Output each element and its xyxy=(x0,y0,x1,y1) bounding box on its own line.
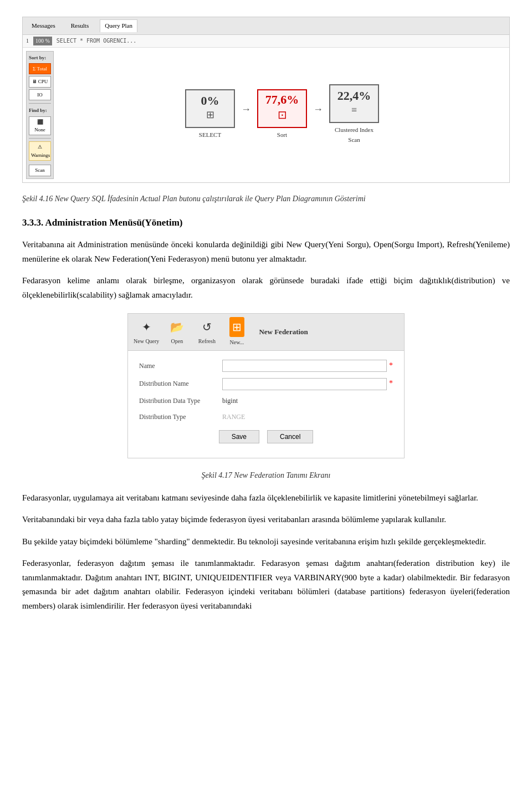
form-row-distname: Distribution Name * xyxy=(139,377,393,390)
qp-node-clustered: 22,4% ≡ Clustered IndexScan xyxy=(329,84,379,145)
new-federation-title: New Federation xyxy=(259,326,308,338)
newquery-label: New Query xyxy=(134,337,159,346)
paragraph-1: Veritabanına ait Administration menüsünd… xyxy=(22,238,510,266)
disttype-value: RANGE xyxy=(222,412,245,422)
scan-btn[interactable]: Scan xyxy=(29,165,51,176)
sort-total[interactable]: Σ Total xyxy=(29,63,51,74)
qp-tab-bar: Messages Results Query Plan xyxy=(23,17,509,35)
sort-io[interactable]: IO xyxy=(29,89,51,100)
query-plan-screenshot: Messages Results Query Plan 1 100 % SELE… xyxy=(22,17,510,183)
tab-results[interactable]: Results xyxy=(66,20,93,32)
disttype-label: Distribution Type xyxy=(139,412,222,422)
divider2 xyxy=(29,138,51,139)
federation-dialog-screenshot: ✦ New Query 📂 Open ↺ Refresh ⊞ New... Ne… xyxy=(127,313,405,458)
distdatatype-label: Distribution Data Type xyxy=(139,396,222,406)
row-number: 1 xyxy=(26,37,29,45)
select-icon: ⊞ xyxy=(206,107,214,123)
tool-refresh[interactable]: ↺ Refresh xyxy=(195,318,219,346)
fed-toolbar: ✦ New Query 📂 Open ↺ Refresh ⊞ New... Ne… xyxy=(128,314,404,351)
arrow2: → xyxy=(307,101,329,129)
refresh-icon: ↺ xyxy=(202,318,212,336)
cancel-button[interactable]: Cancel xyxy=(267,430,313,443)
tab-messages[interactable]: Messages xyxy=(27,20,60,32)
distname-label: Distribution Name xyxy=(139,379,222,389)
clustered-box: 22,4% ≡ xyxy=(329,84,379,123)
warnings-btn[interactable]: ⚠Warnings xyxy=(29,141,51,161)
qp-main-area: Sort by: Σ Total 🖥 CPU IO Find by: ⬛None… xyxy=(23,48,509,182)
sort-label: Sort xyxy=(277,130,287,140)
paragraph-3: Fedarasyonlar, uygulamaya ait veritabanı… xyxy=(22,491,510,505)
clustered-label: Clustered IndexScan xyxy=(335,125,374,145)
paragraph-4: Veritabanındaki bir veya daha fazla tabl… xyxy=(22,513,510,527)
section-title: Administration Menüsü(Yönetim) xyxy=(45,217,183,228)
select-pct: 0% xyxy=(201,95,219,107)
sort-box: 77,6% ⊡ xyxy=(257,89,307,128)
section-num: 3.3.3. xyxy=(22,217,43,228)
qp-node-select: 0% ⊞ SELECT xyxy=(185,89,235,140)
tool-newquery[interactable]: ✦ New Query xyxy=(134,318,159,346)
distdatatype-value: bigint xyxy=(222,396,238,406)
sort-label: Sort by: xyxy=(29,54,51,62)
row-percent: 100 % xyxy=(33,37,52,45)
new-icon: ⊞ xyxy=(229,317,244,337)
figure-caption-2: Şekil 4.17 New Federation Tanımı Ekranı xyxy=(22,469,510,482)
clustered-pct: 22,4% xyxy=(337,90,371,102)
select-label: SELECT xyxy=(199,130,221,140)
newquery-icon: ✦ xyxy=(142,318,151,336)
open-label: Open xyxy=(171,337,183,346)
qp-diagram: 0% ⊞ SELECT → 77,6% ⊡ Sort → xyxy=(185,84,379,145)
sort-pct: 77,6% xyxy=(265,94,299,106)
fed-form: Name * Distribution Name * Distribution … xyxy=(128,351,404,458)
paragraph-6: Federasyonlar, federasyon dağıtım şeması… xyxy=(22,556,510,613)
distname-required: * xyxy=(389,377,393,390)
new-label: New... xyxy=(230,338,244,347)
arrow1: → xyxy=(235,101,257,129)
row-sql: SELECT * FROM OGRENCI... xyxy=(57,37,137,45)
paragraph-5: Bu şekilde yatay biçimdeki bölümleme "sh… xyxy=(22,535,510,549)
qp-diagram-area: 0% ⊞ SELECT → 77,6% ⊡ Sort → xyxy=(58,51,506,179)
tool-open[interactable]: 📂 Open xyxy=(165,318,189,346)
name-label: Name xyxy=(139,361,222,371)
clustered-icon: ≡ xyxy=(351,102,357,118)
form-buttons: Save Cancel xyxy=(139,430,393,449)
figure-caption-1: Şekil 4.16 New Query SQL İfadesinin Actu… xyxy=(22,193,510,205)
find-label: Find by: xyxy=(29,106,51,114)
name-required: * xyxy=(389,360,393,372)
qp-node-sort: 77,6% ⊡ Sort xyxy=(257,89,307,140)
save-button[interactable]: Save xyxy=(219,430,259,443)
find-none[interactable]: ⬛None xyxy=(29,116,51,136)
qp-left-panel: Sort by: Σ Total 🖥 CPU IO Find by: ⬛None… xyxy=(26,51,54,179)
section-heading: 3.3.3. Administration Menüsü(Yönetim) xyxy=(22,215,510,230)
sort-icon: ⊡ xyxy=(278,106,287,124)
tool-new[interactable]: ⊞ New... xyxy=(224,317,249,347)
refresh-label: Refresh xyxy=(198,337,216,346)
open-icon: 📂 xyxy=(170,318,184,336)
name-input[interactable] xyxy=(222,360,387,372)
distname-input[interactable] xyxy=(222,378,387,390)
form-row-name: Name * xyxy=(139,360,393,372)
paragraph-2: Fedarasyon kelime anlamı olarak birleşme… xyxy=(22,274,510,302)
form-row-disttype: Distribution Type RANGE xyxy=(139,412,393,422)
sort-cpu[interactable]: 🖥 CPU xyxy=(29,76,51,87)
qp-row-info: 1 100 % SELECT * FROM OGRENCI... xyxy=(23,35,509,48)
divider1 xyxy=(29,103,51,104)
select-box: 0% ⊞ xyxy=(185,89,235,128)
tab-queryplan[interactable]: Query Plan xyxy=(100,19,137,32)
form-row-distdatatype: Distribution Data Type bigint xyxy=(139,396,393,406)
